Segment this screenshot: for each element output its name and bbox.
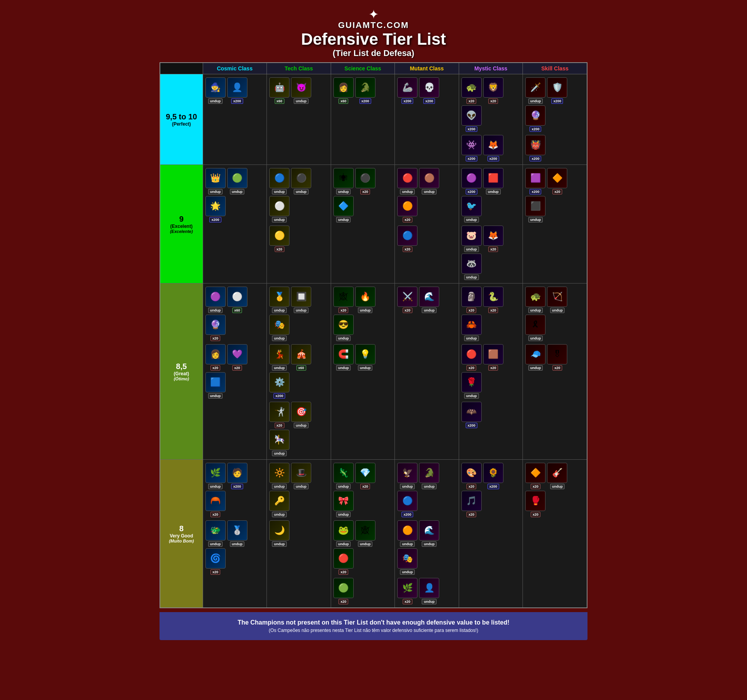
champion-avatar: 🎠	[269, 430, 289, 450]
champion-badge: undup	[294, 98, 309, 104]
page-subtitle: (Tier List de Defesa)	[156, 48, 591, 58]
champion-item: 👽 x200	[461, 105, 482, 132]
champion-avatar: 🎀	[333, 491, 354, 511]
champion-item: 👤 undup	[419, 578, 439, 604]
champion-item: 🥈 undup	[227, 520, 247, 547]
champion-badge: undup	[272, 512, 287, 517]
champion-badge: undup	[358, 541, 373, 547]
champion-avatar: 🐸	[333, 520, 354, 541]
champion-badge: x20	[466, 484, 476, 489]
champion-badge: x200	[530, 189, 541, 194]
champion-item: 🏹 undup	[547, 287, 567, 313]
champion-badge: undup	[422, 541, 437, 547]
champion-avatar: 🔶	[525, 463, 545, 483]
champion-item: 🐊 x200	[355, 77, 375, 104]
champion-group: 🔆 undup 🎩 undup 🔑 undup	[268, 461, 329, 519]
champion-group: 🕸 x20 🔥 undup 😎 undup	[333, 285, 393, 343]
champion-group: 🦎 undup 💎 x20 🎀 undup	[333, 461, 393, 519]
champion-item: 🌿 undup	[205, 463, 226, 489]
champion-group: 🟣 x200 🟥 undup 🐦 undup	[461, 166, 521, 224]
champion-group: 🧢 undup 🎖 x20	[524, 343, 585, 372]
champion-item: 🐊 undup	[419, 463, 439, 489]
champion-group: 🟡 x20	[268, 224, 329, 254]
champion-badge: x60	[275, 98, 284, 104]
champion-avatar: 🐢	[525, 287, 545, 307]
tier-desc: (Excelent)	[162, 224, 201, 229]
champion-avatar: 🦰	[205, 491, 226, 511]
champion-avatar: 🕸	[355, 520, 375, 541]
champion-avatar: 😈	[291, 77, 311, 98]
champion-badge: undup	[336, 189, 351, 194]
champion-item: 🐍 x20	[483, 287, 503, 313]
champion-badge: x20	[275, 247, 284, 252]
champion-item: 🗡️ undup	[525, 77, 545, 104]
champion-avatar: 🥈	[227, 520, 247, 541]
champion-avatar: ⚔️	[397, 287, 417, 307]
champion-item: 🔲 undup	[291, 287, 311, 313]
champion-avatar: 🦀	[461, 315, 482, 335]
champion-item: 🎭 undup	[269, 315, 289, 341]
champion-item: 🦰 x20	[205, 491, 226, 517]
tier-score: 9,5 to 10	[162, 112, 201, 121]
champion-item: 🐢 undup	[525, 287, 545, 313]
champion-badge: undup	[528, 98, 543, 104]
champion-item: 🔑 undup	[269, 491, 289, 517]
champion-badge: x60	[232, 308, 242, 313]
champion-avatar: 🌙	[269, 520, 289, 541]
tier-cell-verygood-tech: 🔆 undup 🎩 undup 🔑 undup 🌙 undup	[267, 460, 331, 608]
champion-item: 👩 x60	[333, 77, 354, 104]
champion-item: 🐢 x20	[461, 77, 482, 104]
champion-avatar: 🟠	[397, 520, 417, 541]
tier-cell-great-skill: 🐢 undup 🏹 undup 🎗 undup 🧢 undup 🎖 x20	[523, 284, 587, 460]
champion-avatar: 🟣	[461, 168, 482, 188]
champion-badge: x20	[552, 189, 562, 194]
champion-badge: undup	[208, 98, 223, 104]
champion-group: 🟣 undup ⚪ x60 🔮 x20	[205, 285, 265, 343]
champion-group: 🗿 x20 🐍 x20 🦀 undup	[461, 285, 521, 343]
champion-badge: x200	[209, 217, 221, 222]
champion-badge: x20	[210, 365, 220, 371]
champion-avatar: 🔥	[355, 287, 375, 307]
champion-badge: undup	[486, 189, 501, 194]
champion-item: 🧙 undup	[205, 77, 226, 104]
champion-item: 💀 x200	[419, 77, 439, 104]
champion-avatar: 🟢	[333, 578, 354, 598]
champion-badge: undup	[422, 308, 437, 313]
champion-group: 🐲 undup 🥈 undup 🌀 x20	[205, 519, 265, 576]
champion-item: 🌿 x20	[397, 578, 417, 604]
champion-badge: x200	[530, 126, 541, 132]
champion-avatar: 💃	[269, 344, 289, 364]
champion-avatar: 🐊	[355, 77, 375, 98]
champion-badge: x60	[338, 98, 348, 104]
tier-cell-excellent-skill: 🟪 x200 🔶 x20 ⬛ undup	[523, 165, 587, 284]
champion-group: 🐢 undup 🏹 undup 🎗 undup	[524, 285, 585, 343]
champion-item: 🔴 undup	[397, 168, 417, 194]
champion-avatar: 🐊	[419, 463, 439, 483]
champion-avatar: 🎗	[525, 315, 545, 335]
champion-item: ⚔️ x20	[397, 287, 417, 313]
champion-group: 🔵 x20	[396, 224, 457, 254]
champion-item: 🎖 x20	[547, 344, 567, 371]
champion-avatar: 🐷	[461, 226, 482, 246]
tier-cell-excellent-tech: 🔵 undup ⚫ undup ⚪ undup 🟡 x20	[267, 165, 331, 284]
champion-group: 👩 x20 💜 x20 🟦 undup	[205, 343, 265, 400]
champion-item: 💜 x20	[227, 344, 247, 371]
tier-cell-great-mutant: ⚔️ x20 🌊 undup	[395, 284, 459, 460]
champion-avatar: 🎭	[397, 548, 417, 569]
class-header-mutant: Mutant Class	[395, 63, 459, 74]
champion-item: 🦊 x20	[483, 226, 503, 252]
champion-avatar: 🔲	[291, 287, 311, 307]
champion-item: 🟥 undup	[483, 168, 503, 194]
champion-badge: x20	[466, 308, 476, 313]
champion-badge: x200	[402, 512, 413, 517]
champion-group: 👹 x200	[524, 133, 585, 163]
champion-avatar: 💀	[419, 77, 439, 98]
champion-avatar: 🎨	[461, 463, 482, 483]
champion-avatar: 🧢	[525, 344, 545, 364]
champion-item: 💡 undup	[355, 344, 375, 371]
champion-avatar: 🦾	[397, 77, 417, 98]
champion-avatar: 🟣	[205, 287, 226, 307]
champion-item: 🔶 x20	[547, 168, 567, 194]
champion-badge: x200	[231, 484, 243, 489]
champion-item: 🌟 x200	[205, 196, 226, 222]
